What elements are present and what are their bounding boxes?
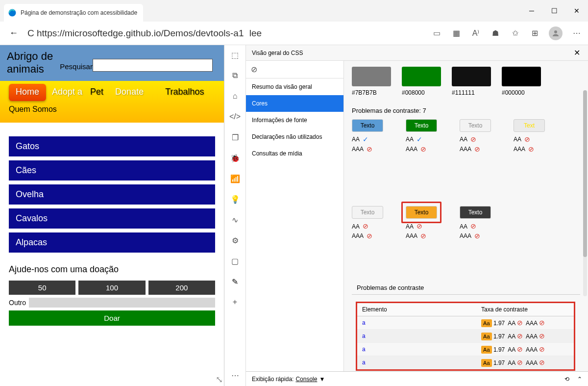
drawer-collapse-icon[interactable]: ⌃: [577, 376, 582, 383]
page-header: Abrigo de animais Pesquisar: [0, 45, 224, 81]
application-icon[interactable]: ▢: [229, 255, 241, 267]
menu-media[interactable]: Consultas de mídia: [246, 145, 343, 162]
contrast-item[interactable]: TextAA⊘AAA⊘: [514, 119, 545, 154]
donate-heading: Ajude-nos com uma doação: [9, 264, 215, 275]
category-item[interactable]: Alpacas: [9, 232, 215, 253]
css-overview-content: #7B7B7B #008000 #111111 #000000 Problema…: [344, 61, 588, 371]
console-icon[interactable]: ❐: [229, 131, 241, 143]
lighthouse-icon[interactable]: 💡: [229, 193, 241, 205]
devtools-rail: ⬚ ⧉ ⌂ </> ❐ 🐞 📶 💡 ∿ ⚙ ▢ ✎ + ⋯: [224, 45, 246, 386]
drawer-dropdown-icon[interactable]: ▼: [319, 376, 325, 383]
nav-jobs[interactable]: Trabalhos: [159, 83, 210, 101]
more-icon[interactable]: ⋯: [571, 28, 582, 39]
rendered-page: Abrigo de animais Pesquisar Home Adopt a…: [0, 45, 224, 386]
col-element: Elemento: [357, 303, 476, 316]
col-ratio: Taxa de contraste: [476, 303, 574, 316]
category-item[interactable]: Cavalos: [9, 208, 215, 229]
category-item[interactable]: Gatos: [9, 136, 215, 156]
css-overview-icon[interactable]: ✎: [229, 276, 241, 287]
screen-icon[interactable]: ▭: [431, 28, 442, 39]
url-suffix: lee: [249, 28, 262, 38]
other-amount-input[interactable]: [29, 298, 215, 308]
color-swatch[interactable]: #000000: [502, 67, 541, 96]
url-toolbar: ▭ ▦ A⁾ ☗ ✩ ⊞ ⋯: [431, 26, 582, 40]
svg-point-1: [554, 30, 557, 33]
nav-about[interactable]: Quem Somos: [0, 101, 66, 118]
device-icon[interactable]: ⧉: [229, 70, 241, 81]
settings-icon[interactable]: ⚙: [229, 234, 241, 246]
collections-icon[interactable]: ⊞: [529, 28, 540, 39]
url-value: https://microsoftedge.github.io/Demos/de…: [37, 28, 244, 38]
other-label: Outro: [9, 299, 26, 307]
search-input[interactable]: [93, 59, 213, 72]
window-controls: ─ ☐ ✕: [520, 0, 588, 22]
minimize-button[interactable]: ─: [520, 0, 543, 22]
reader-icon[interactable]: ☗: [490, 28, 501, 39]
devtools-panel: Visão geral do CSS ✕ ⊘ Resumo da visão g…: [246, 45, 588, 386]
menu-fonts[interactable]: Informações de fonte: [246, 112, 343, 129]
url-prefix: C: [27, 28, 34, 38]
table-row[interactable]: aAa 1.97 AA ⊘ AAA ⊘: [357, 356, 574, 369]
drawer-tab[interactable]: Console: [295, 376, 317, 383]
donate-submit-button[interactable]: Doar: [9, 310, 215, 326]
nav-home[interactable]: Home: [9, 84, 46, 101]
site-title-line2: animais: [7, 63, 53, 76]
issues-icon[interactable]: 🐞: [229, 152, 241, 164]
devtools-drawer: Exibição rápida: Console ▼ ⟲ ⌃: [246, 371, 588, 386]
drawer-label: Exibição rápida:: [252, 376, 294, 383]
panel-close-icon[interactable]: ✕: [572, 46, 582, 59]
color-swatch[interactable]: #111111: [452, 67, 491, 96]
nav-donate[interactable]: Donate: [109, 83, 149, 101]
inspect-icon[interactable]: ⬚: [229, 49, 241, 61]
table-row[interactable]: aAa 1.97 AA ⊘ AAA ⊘: [357, 330, 574, 343]
table-row[interactable]: aAa 1.97 AA ⊘ AAA ⊘: [357, 316, 574, 330]
contrast-item[interactable]: TextoAA✓AAA⊘: [406, 119, 437, 154]
url-bar: ← C https://microsoftedge.github.io/Demo…: [0, 22, 588, 45]
donate-amount-button[interactable]: 100: [78, 281, 145, 295]
maximize-button[interactable]: ☐: [543, 0, 565, 22]
qr-icon[interactable]: ▦: [451, 28, 462, 39]
category-list: Gatos Cães Ovelha Cavalos Alpacas: [0, 123, 224, 261]
menu-summary[interactable]: Resumo da visão geral: [246, 78, 343, 95]
read-aloud-icon[interactable]: A⁾: [470, 28, 481, 39]
contrast-item[interactable]: TextoAA⊘AAA⊘: [406, 206, 437, 241]
drawer-issues-icon[interactable]: ⟲: [564, 376, 569, 383]
contrast-item[interactable]: TextoAA⊘AAA⊘: [352, 206, 383, 241]
main-nav: Home Adopt a Pet Donate Trabalhos Quem S…: [0, 81, 224, 123]
scrollbar[interactable]: [583, 90, 587, 296]
add-panel-icon[interactable]: +: [229, 296, 241, 308]
contrast-item[interactable]: TextoAA✓AAA⊘: [352, 119, 383, 154]
clear-icon[interactable]: ⊘: [246, 61, 343, 78]
table-row[interactable]: aAa 1.97 AA ⊘ AAA ⊘: [357, 343, 574, 356]
donate-amount-button[interactable]: 50: [9, 281, 75, 295]
contrast-table-title: Problemas de contraste: [352, 280, 580, 295]
network-icon[interactable]: 📶: [229, 173, 241, 184]
url-field[interactable]: C https://microsoftedge.github.io/Demos/…: [27, 28, 431, 39]
tab-title: Página de demonstração com acessibilidad…: [21, 9, 137, 16]
avatar[interactable]: [549, 26, 563, 40]
search-label: Pesquisar: [60, 62, 93, 71]
menu-unused[interactable]: Declarações não utilizados: [246, 129, 343, 145]
sources-icon[interactable]: </>: [229, 111, 241, 123]
resize-handle-icon[interactable]: ⤡: [216, 374, 223, 385]
contrast-heading: Problemas de contraste: 7: [352, 107, 580, 114]
close-button[interactable]: ✕: [565, 0, 588, 22]
contrast-item[interactable]: TextoAA⊘AAA⊘: [460, 119, 491, 154]
nav-pet[interactable]: Pet: [84, 83, 109, 101]
devtools-header: Visão geral do CSS ✕: [246, 45, 588, 61]
color-swatch[interactable]: #7B7B7B: [352, 67, 391, 96]
color-swatch[interactable]: #008000: [402, 67, 441, 96]
elements-icon[interactable]: ⌂: [229, 90, 241, 102]
contrast-item[interactable]: TextoAA⊘AAA⊘: [460, 206, 491, 241]
nav-adopt[interactable]: Adopt a: [46, 83, 88, 101]
category-item[interactable]: Ovelha: [9, 184, 215, 205]
more-tools-icon[interactable]: ⋯: [229, 369, 241, 381]
back-button[interactable]: ←: [6, 26, 22, 41]
performance-icon[interactable]: ∿: [229, 214, 241, 226]
favorite-icon[interactable]: ✩: [510, 28, 520, 39]
menu-colors[interactable]: Cores: [246, 95, 343, 112]
category-item[interactable]: Cães: [9, 160, 215, 180]
browser-tab[interactable]: Página de demonstração com acessibilidad…: [4, 4, 143, 22]
donate-amount-button[interactable]: 200: [148, 281, 215, 295]
contrast-grid: TextoAA✓AAA⊘TextoAA✓AAA⊘TextoAA⊘AAA⊘Text…: [352, 119, 580, 270]
